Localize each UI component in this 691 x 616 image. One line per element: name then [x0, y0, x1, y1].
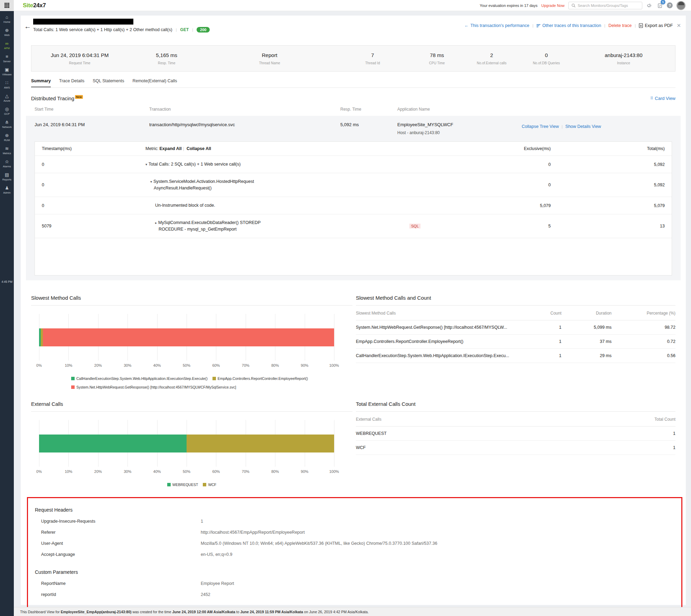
- show-details-view-link[interactable]: Show Details View: [565, 124, 601, 129]
- table-row[interactable]: WEBREQUEST1: [356, 427, 675, 441]
- x-tick-label: 10%: [65, 469, 72, 474]
- legend-row: System.Net.HttpWebRequest.GetResponse() …: [71, 385, 236, 389]
- sidebar-item-vmware[interactable]: ▣VMware: [0, 67, 14, 76]
- sidebar-item-apm[interactable]: ∞APM: [0, 41, 14, 50]
- avatar[interactable]: [676, 1, 685, 10]
- custom-parameter-row: ReportNameEmployee Report: [35, 575, 674, 586]
- stat-instance: anburaj-2143:80Instance: [572, 52, 675, 65]
- expand-all-link[interactable]: Expand All: [160, 146, 182, 151]
- total-cell: 5,092: [551, 183, 665, 187]
- gridline: [334, 420, 334, 467]
- exclusive-cell: 5: [492, 224, 551, 228]
- sidebar-clock: 4:45 PM: [0, 280, 14, 283]
- back-button[interactable]: ←: [24, 22, 31, 30]
- table-row[interactable]: System.Net.HttpWebRequest.GetResponse() …: [356, 320, 675, 335]
- table-body: System.Net.HttpWebRequest.GetResponse() …: [356, 320, 675, 363]
- tab-summary[interactable]: Summary: [31, 78, 51, 87]
- percentage-cell: 98.72: [612, 325, 675, 330]
- trace-tree-row[interactable]: 5079▸MySqlCommand.ExecuteDbDataReader() …: [35, 214, 672, 238]
- legend-item: EmpApp.Controllers.ReportController.Empl…: [212, 376, 308, 381]
- sidebar-item-gcp[interactable]: ◎GCP: [0, 106, 14, 115]
- sidebar-item-rum[interactable]: ⊛RUM: [0, 133, 14, 142]
- stat-value: anburaj-2143:80: [605, 52, 642, 58]
- tab-sql-statements[interactable]: SQL Statements: [93, 78, 124, 87]
- sidebar-item-admin[interactable]: ♟Admin: [0, 185, 14, 194]
- x-tick-label: 80%: [271, 469, 279, 474]
- application-host: Host - anburaj-2143:80: [397, 130, 522, 135]
- bar-segment-system-net-httpwebrequest-getresponse-ht[interactable]: [43, 328, 334, 346]
- x-tick-label: 20%: [94, 363, 102, 367]
- collapse-tree-view-link[interactable]: Collapse Tree View: [522, 124, 559, 129]
- sidebar-item-azure[interactable]: △Azure: [0, 93, 14, 102]
- sidebar-item-reports[interactable]: ▤Reports: [0, 172, 14, 181]
- table-header: Slowest Method CallsCountDurationPercent…: [356, 306, 675, 320]
- x-tick-label: 10%: [65, 363, 72, 367]
- table-row[interactable]: WCF1: [356, 441, 675, 455]
- sidebar-item-metrics[interactable]: ≋Metrics: [0, 146, 14, 155]
- export-pdf-link[interactable]: Export as PDF: [639, 23, 673, 28]
- summary-stats-bar: Jun 24, 2019 6:04:31 PMRequest Time5,165…: [31, 45, 675, 72]
- trace-tree-row[interactable]: 0Un-Instrumented block of code.5,0795,07…: [35, 197, 672, 214]
- sidebar-item-alarms[interactable]: ⍾Alarms: [0, 159, 14, 168]
- legend-swatch: [71, 385, 75, 389]
- close-icon[interactable]: ✕: [676, 22, 681, 29]
- search-box[interactable]: [568, 2, 642, 9]
- collapse-all-link[interactable]: Collapse All: [187, 146, 211, 151]
- collapsed-arrow-icon[interactable]: ▸: [155, 221, 157, 225]
- site24x7-logo[interactable]: Site24x7: [23, 2, 46, 9]
- bar-segment-webrequest[interactable]: [39, 435, 187, 452]
- bar-segment-wcf[interactable]: [187, 435, 334, 452]
- x-tick-label: 50%: [183, 469, 190, 474]
- http-method-label: GET: [180, 27, 189, 32]
- megaphone-icon[interactable]: [646, 2, 653, 9]
- evaluation-text: Your evaluation expires in 17 days: [480, 3, 538, 8]
- help-icon[interactable]: ?: [667, 2, 673, 8]
- legend-label: EmpApp.Controllers.ReportController.Empl…: [218, 376, 308, 381]
- app-grid-icon[interactable]: [0, 0, 14, 11]
- network-icon: ⋔: [5, 120, 9, 125]
- x-tick-label: 60%: [212, 469, 220, 474]
- sidebar-item-web[interactable]: ⊕Web: [0, 28, 14, 37]
- card-view-button[interactable]: ⠿Card View: [650, 96, 675, 101]
- sidebar-item-network[interactable]: ⋔Network: [0, 120, 14, 129]
- column-header: Slowest Method Calls: [356, 311, 530, 316]
- table-row[interactable]: CallHandlerExecutionStep.System.Web.Http…: [356, 349, 675, 363]
- transaction-performance-link[interactable]: ←This transaction's performance: [464, 23, 529, 28]
- upgrade-now-link[interactable]: Upgrade Now: [541, 3, 565, 8]
- expanded-arrow-icon[interactable]: ▾: [150, 180, 152, 184]
- sidebar-item-aws[interactable]: ∷AWS: [0, 80, 14, 89]
- table-row[interactable]: EmpApp.Controllers.ReportController.Empl…: [356, 335, 675, 349]
- stat-no-of-external-calls: 2No.of.External calls: [463, 52, 521, 65]
- sidebar-item-server[interactable]: ≡Server: [0, 54, 14, 63]
- legend-item: System.Net.HttpWebRequest.GetResponse() …: [71, 385, 236, 389]
- legend-row: CallHandlerExecutionStep.System.Web.Http…: [71, 376, 308, 381]
- sidebar-item-home[interactable]: ⌂Home: [0, 15, 14, 24]
- legend-swatch: [203, 483, 206, 486]
- other-traces-link[interactable]: Other traces of this transaction: [537, 23, 601, 28]
- method-cell: EmpApp.Controllers.ReportController.Empl…: [356, 339, 530, 344]
- external-call-cell: WEBREQUEST: [356, 431, 631, 436]
- request-header-row: Accept-Languageen-US, en;q=0.9: [35, 546, 674, 557]
- sql-tag[interactable]: SQL: [409, 224, 420, 228]
- count-cell: 1: [530, 339, 561, 344]
- transaction-cell: transaction/http/mysqlwcf/mysqlservice.s…: [149, 122, 340, 127]
- delete-trace-link[interactable]: Delete trace: [608, 23, 632, 28]
- tasks-icon[interactable]: 5: [656, 2, 663, 9]
- tab-trace-details[interactable]: Trace Details: [59, 78, 84, 87]
- metric-text: ROCEDURE - mysql_sp_GetEmpReport: [155, 226, 492, 232]
- search-input[interactable]: [578, 3, 639, 8]
- sidebar-item-label: RUM: [4, 139, 10, 142]
- home-icon: ⌂: [6, 15, 8, 20]
- sidebar-item-label: GCP: [4, 112, 10, 115]
- trace-tree-row[interactable]: 0▾System.ServiceModel.Activation.HostedH…: [35, 173, 672, 197]
- footer-segment: This Dashboard View for: [20, 610, 61, 614]
- transaction-row[interactable]: Jun 24, 2019 6:04:31 PM transaction/http…: [26, 116, 681, 139]
- tab-remote-external-calls[interactable]: Remote(External) Calls: [132, 78, 177, 87]
- expanded-arrow-icon[interactable]: ▾: [145, 162, 147, 166]
- request-header-row: Upgrade-Insecure-Requests1: [35, 513, 674, 524]
- status-code-badge: 200: [197, 27, 210, 32]
- footer-text: This Dashboard View for EmployeeSite_Emp…: [20, 610, 369, 614]
- stat-value: 2: [490, 52, 493, 58]
- trace-tree-row[interactable]: 0▾Total Calls: 2 SQL call(s) + 1 Web ser…: [35, 156, 672, 173]
- pdf-icon: [639, 23, 643, 28]
